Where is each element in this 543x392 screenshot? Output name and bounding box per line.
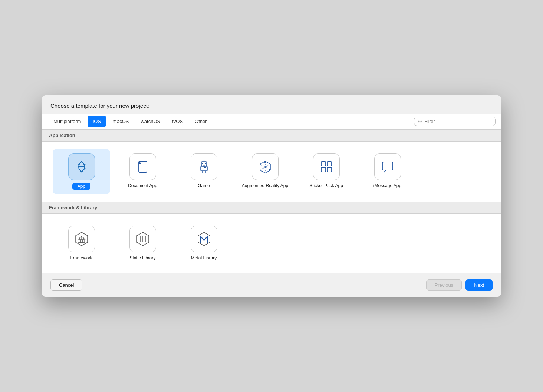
template-sticker-pack-icon <box>313 153 340 180</box>
svg-rect-12 <box>203 167 203 168</box>
section-application-header: Application <box>42 129 501 142</box>
filter-icon: ⊜ <box>418 119 422 124</box>
dialog: Choose a template for your new project: … <box>42 95 501 297</box>
template-app-icon <box>68 153 95 180</box>
svg-point-6 <box>203 160 204 161</box>
previous-button[interactable]: Previous <box>426 279 462 291</box>
section-framework-library-content: Framework <box>42 214 501 273</box>
svg-rect-4 <box>205 163 206 164</box>
template-document-app-label: Document App <box>128 183 157 189</box>
template-game-label: Game <box>198 183 210 189</box>
tab-ios[interactable]: iOS <box>88 116 106 127</box>
tab-tvos[interactable]: tvOS <box>167 116 188 127</box>
section-framework-library: Framework & Library <box>42 202 501 273</box>
tab-other[interactable]: Other <box>190 116 212 127</box>
svg-rect-22 <box>321 162 326 166</box>
template-metal-library-icon <box>191 226 217 252</box>
filter-box[interactable]: ⊜ <box>414 117 496 126</box>
svg-rect-14 <box>205 167 206 168</box>
svg-rect-25 <box>327 167 332 172</box>
template-ar-app[interactable]: Augmented Reality App <box>236 149 294 194</box>
template-metal-library[interactable]: Metal Library <box>175 221 233 266</box>
template-sticker-pack-label: Sticker Pack App <box>309 183 343 189</box>
svg-rect-27 <box>79 240 80 243</box>
template-game[interactable]: Game <box>175 149 233 194</box>
tab-macos[interactable]: macOS <box>108 116 134 127</box>
template-ar-app-label: Augmented Reality App <box>242 183 288 189</box>
dialog-title: Choose a template for your new project: <box>50 103 493 109</box>
template-framework-icon <box>68 226 95 252</box>
svg-rect-24 <box>321 167 326 172</box>
template-static-library-icon <box>129 226 156 252</box>
next-button[interactable]: Next <box>465 279 493 291</box>
template-document-app-icon <box>129 153 156 180</box>
section-application: Application App <box>42 129 501 202</box>
svg-rect-15 <box>203 169 205 169</box>
template-app-label: App <box>72 183 90 190</box>
template-imessage-app[interactable]: iMessage App <box>359 149 416 194</box>
dialog-header: Choose a template for your new project: <box>42 95 501 109</box>
svg-rect-28 <box>81 240 82 243</box>
section-framework-library-header: Framework & Library <box>42 202 501 214</box>
template-imessage-app-label: iMessage App <box>373 183 401 189</box>
template-metal-library-label: Metal Library <box>191 255 217 261</box>
svg-rect-13 <box>204 167 205 168</box>
tab-multiplatform[interactable]: Multiplatform <box>48 116 86 127</box>
svg-rect-3 <box>202 163 203 164</box>
template-app[interactable]: App <box>53 149 110 194</box>
template-sticker-pack[interactable]: Sticker Pack App <box>297 149 355 194</box>
template-ar-app-icon <box>252 153 279 180</box>
svg-point-21 <box>264 166 266 168</box>
template-framework-label: Framework <box>70 255 92 261</box>
template-document-app[interactable]: Document App <box>114 149 171 194</box>
dialog-footer: Cancel Previous Next <box>42 273 501 297</box>
main-content: Application App <box>42 129 501 273</box>
cancel-button[interactable]: Cancel <box>50 279 82 291</box>
tab-watchos[interactable]: watchOS <box>135 116 165 127</box>
template-static-library[interactable]: Static Library <box>114 221 171 266</box>
svg-rect-29 <box>83 240 84 243</box>
navigation-buttons: Previous Next <box>426 279 493 291</box>
tabs-bar: Multiplatform iOS macOS watchOS tvOS Oth… <box>42 114 501 129</box>
template-framework[interactable]: Framework <box>53 221 110 266</box>
filter-input[interactable] <box>424 119 491 124</box>
section-application-content: App Document App <box>42 142 501 202</box>
template-imessage-app-icon <box>374 153 401 180</box>
svg-rect-23 <box>327 162 332 166</box>
template-static-library-label: Static Library <box>129 255 155 261</box>
template-game-icon <box>191 153 217 180</box>
